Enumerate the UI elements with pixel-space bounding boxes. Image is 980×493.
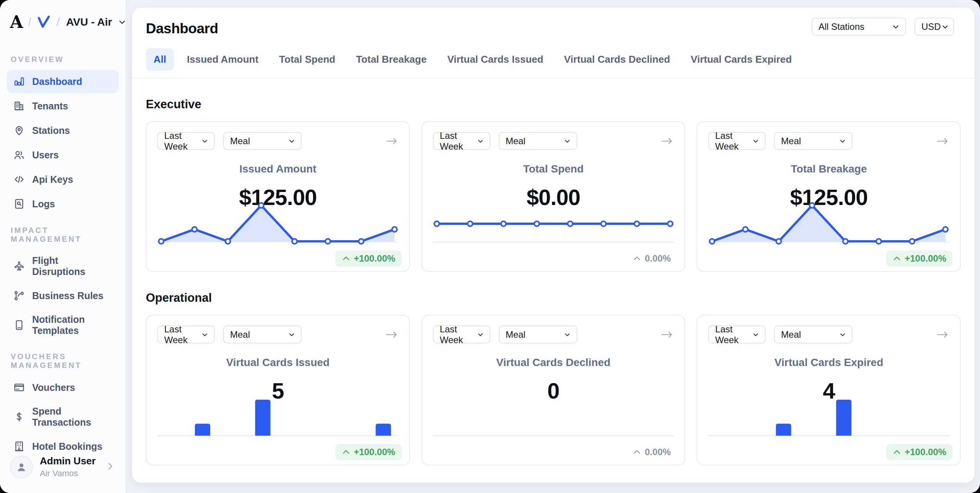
- chevron-down-icon: [839, 137, 846, 145]
- tab-issued-amount[interactable]: Issued Amount: [179, 48, 266, 71]
- change-badge: 0.00%: [626, 444, 677, 460]
- line-chart: [157, 202, 399, 247]
- log-search-icon: [13, 198, 25, 210]
- line-chart: [433, 202, 674, 247]
- code-icon: [13, 173, 25, 185]
- change-value: +100.00%: [905, 447, 946, 457]
- sidebar-item-vouchers[interactable]: Vouchers: [7, 376, 119, 399]
- operational-cards: Last Week Meal Virtual Cards Issued 5 +1…: [146, 315, 961, 465]
- arrow-right-icon[interactable]: [936, 136, 949, 146]
- card-controls: Last Week Meal: [708, 325, 949, 343]
- sidebar-item-logs[interactable]: Logs: [7, 192, 119, 215]
- section-title-executive: Executive: [146, 98, 961, 111]
- chevron-down-icon: [752, 137, 760, 145]
- card-controls: Last Week Meal: [433, 132, 674, 150]
- chevron-down-icon: [201, 331, 209, 338]
- sidebar-item-label: Users: [32, 150, 59, 161]
- category-select-value: Meal: [230, 329, 250, 340]
- currency-select[interactable]: USD: [915, 18, 954, 36]
- arrow-right-icon[interactable]: [385, 330, 399, 340]
- map-pin-icon: [13, 124, 25, 137]
- chevron-down-icon[interactable]: [117, 17, 127, 27]
- user-meta: Admin User Air Vamos: [40, 455, 96, 478]
- arrow-right-icon[interactable]: [385, 136, 399, 146]
- dashboard-tabs: All Issued Amount Total Spend Total Brea…: [146, 48, 961, 71]
- dashboard-icon: [13, 75, 25, 88]
- sidebar-item-dashboard[interactable]: Dashboard: [7, 70, 119, 93]
- change-badge: +100.00%: [886, 444, 952, 460]
- period-select-value: Last Week: [440, 130, 477, 152]
- main-panel: Dashboard All Stations USD All Issued Am…: [132, 8, 975, 483]
- sidebar-item-label: Hotel Bookings: [32, 441, 102, 452]
- sidebar-item-label: Tenants: [32, 101, 68, 112]
- sidebar-item-api-keys[interactable]: Api Keys: [7, 168, 119, 191]
- sidebar-item-label: Notification Templates: [32, 314, 113, 336]
- sidebar-item-notification-templates[interactable]: Notification Templates: [7, 309, 119, 342]
- period-select[interactable]: Last Week: [433, 325, 490, 343]
- chevron-down-icon: [564, 137, 571, 145]
- stations-select[interactable]: All Stations: [812, 18, 906, 36]
- sidebar-item-hotel-bookings[interactable]: Hotel Bookings: [7, 435, 119, 451]
- hotel-icon: [13, 440, 25, 451]
- card-title: Virtual Cards Expired: [708, 356, 949, 369]
- chevron-down-icon: [564, 331, 571, 338]
- period-select[interactable]: Last Week: [708, 325, 766, 343]
- card-title: Total Breakage: [708, 163, 949, 175]
- tab-virtual-cards-issued[interactable]: Virtual Cards Issued: [439, 48, 551, 71]
- tab-virtual-cards-declined[interactable]: Virtual Cards Declined: [556, 48, 678, 71]
- sidebar-item-label: Dashboard: [32, 76, 82, 87]
- users-icon: [13, 149, 25, 161]
- change-value: +100.00%: [905, 253, 946, 264]
- category-select[interactable]: Meal: [499, 325, 577, 343]
- main-header: Dashboard All Stations USD All Issued Am…: [132, 8, 975, 71]
- tab-virtual-cards-expired[interactable]: Virtual Cards Expired: [683, 48, 799, 71]
- executive-cards: Last Week Meal Issued Amount $125.00 +10…: [146, 121, 961, 272]
- category-select[interactable]: Meal: [774, 325, 853, 343]
- sidebar-item-flight-disruptions[interactable]: Flight Disruptions: [7, 250, 119, 283]
- arrow-right-icon[interactable]: [660, 136, 674, 146]
- logo-separator: /: [28, 16, 31, 29]
- sidebar-item-spend-transactions[interactable]: Spend Transactions: [7, 400, 119, 433]
- credit-card-icon: [13, 381, 25, 394]
- category-select[interactable]: Meal: [223, 132, 302, 150]
- change-value: 0.00%: [645, 447, 671, 457]
- chevron-right-icon[interactable]: [105, 461, 116, 473]
- category-select[interactable]: Meal: [774, 132, 853, 150]
- sidebar-item-users[interactable]: Users: [7, 143, 119, 166]
- bar-chart: [433, 395, 674, 440]
- period-select[interactable]: Last Week: [157, 132, 215, 150]
- card-virtual-cards-declined: Last Week Meal Virtual Cards Declined 0 …: [421, 315, 686, 465]
- chevron-down-icon: [201, 137, 209, 145]
- card-controls: Last Week Meal: [708, 132, 949, 150]
- sidebar-item-label: Business Rules: [32, 290, 103, 301]
- bar-chart: [708, 395, 949, 440]
- change-badge: +100.00%: [335, 251, 402, 267]
- tab-total-spend[interactable]: Total Spend: [271, 48, 343, 71]
- change-badge: +100.00%: [335, 444, 402, 460]
- chevron-down-icon: [477, 137, 484, 145]
- tab-total-breakage[interactable]: Total Breakage: [348, 48, 434, 71]
- tab-all[interactable]: All: [146, 48, 174, 71]
- period-select[interactable]: Last Week: [433, 132, 490, 150]
- v-check-logo: [36, 15, 51, 30]
- org-switcher-label[interactable]: AVU - Air: [66, 16, 112, 28]
- sidebar-item-business-rules[interactable]: Business Rules: [7, 284, 119, 307]
- chevron-down-icon: [839, 331, 846, 338]
- avatar: [10, 456, 33, 478]
- brand-a-logo: A: [10, 14, 23, 31]
- category-select[interactable]: Meal: [223, 325, 302, 343]
- period-select[interactable]: Last Week: [157, 325, 215, 343]
- sidebar-item-tenants[interactable]: Tenants: [7, 94, 119, 117]
- change-badge: 0.00%: [626, 251, 677, 267]
- category-select-value: Meal: [781, 329, 801, 340]
- period-select[interactable]: Last Week: [708, 132, 766, 150]
- phone-icon: [13, 319, 25, 331]
- period-select-value: Last Week: [440, 324, 477, 345]
- change-value: +100.00%: [354, 447, 395, 457]
- sidebar-item-stations[interactable]: Stations: [7, 119, 119, 142]
- arrow-right-icon[interactable]: [660, 330, 674, 340]
- category-select[interactable]: Meal: [499, 132, 577, 150]
- user-menu[interactable]: Admin User Air Vamos: [7, 451, 119, 482]
- arrow-right-icon[interactable]: [936, 330, 949, 340]
- chevron-down-icon: [288, 137, 296, 145]
